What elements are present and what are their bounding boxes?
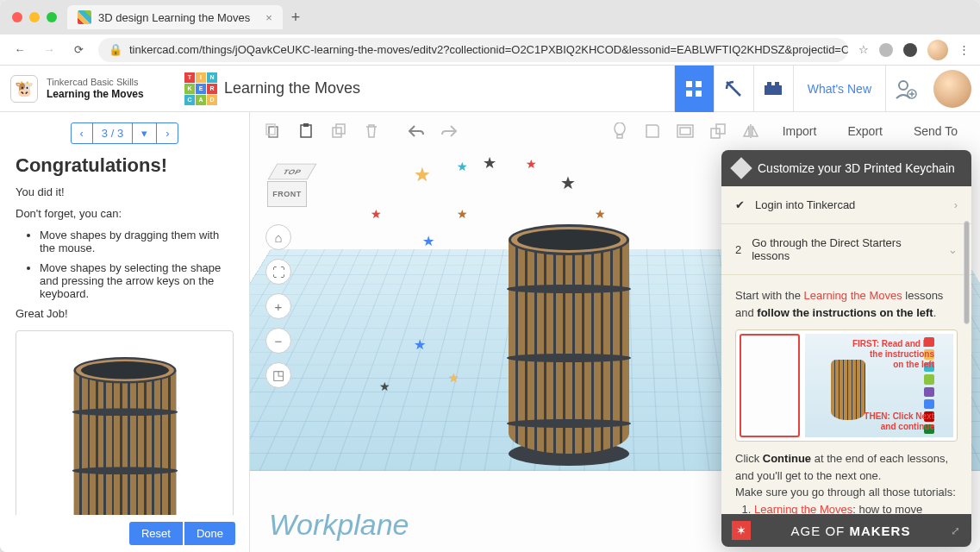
svg-rect-18 — [680, 128, 690, 135]
kebab-menu-icon[interactable]: ⋮ — [958, 43, 970, 56]
show-all-button[interactable] — [671, 116, 700, 146]
instruction-panel: ‹ 3 / 3 ▾ › Congratulations! You did it!… — [0, 112, 250, 552]
expand-icon[interactable]: ⤢ — [951, 524, 961, 537]
pager-prev[interactable]: ‹ — [72, 123, 93, 143]
pager-label: 3 / 3 — [93, 123, 133, 143]
user-avatar[interactable] — [933, 70, 971, 108]
instruction-text: You did it! — [16, 185, 234, 198]
new-tab-button[interactable]: + — [283, 9, 309, 27]
zoom-out-button[interactable]: − — [265, 328, 291, 354]
annotation-text: FIRST: Read and Do the instructions on t… — [852, 339, 934, 370]
brick-icon — [764, 82, 783, 96]
extension-icon-2[interactable] — [903, 43, 917, 57]
nav-reload-button[interactable]: ⟳ — [69, 41, 88, 60]
guide-step-1[interactable]: ✔ Login into Tinkercad › — [721, 186, 971, 224]
svg-rect-5 — [767, 82, 771, 86]
canvas-toolbar: Import Export Send To — [250, 112, 980, 150]
url-text: tinkercad.com/things/jOQavkCeUKC-learnin… — [129, 43, 848, 56]
guide-link[interactable]: Learning the Moves — [754, 503, 852, 515]
guide-step-label: Login into Tinkercad — [755, 198, 855, 211]
instruction-thumbnail — [16, 330, 234, 515]
minimize-window[interactable] — [29, 12, 40, 22]
guide-step-2[interactable]: 2 Go through the Direct Starters lessons… — [721, 224, 971, 275]
tinkercad-logo-block: TIN KER CAD Learning the Moves — [172, 72, 372, 105]
zoom-window[interactable] — [47, 12, 57, 22]
pickaxe-icon — [723, 78, 744, 99]
svg-rect-4 — [765, 85, 782, 95]
lesson-category: Tinkercad Basic Skills — [47, 77, 144, 87]
whats-new-link[interactable]: What's New — [793, 66, 885, 112]
guide-title: Customize your 3D Printed Keychain — [758, 161, 955, 175]
reset-button[interactable]: Reset — [129, 522, 183, 545]
guide-list-item: Learning the Moves: how to move objects … — [754, 501, 958, 515]
mode-blocks-button[interactable] — [714, 66, 753, 112]
instruction-text: Don't forget, you can: — [16, 207, 234, 220]
svg-rect-2 — [686, 91, 692, 97]
lesson-title: Learning the Moves — [47, 88, 144, 100]
lesson-info: 🐮 Tinkercad Basic Skills Learning the Mo… — [0, 75, 172, 103]
ortho-toggle-button[interactable]: ◳ — [265, 362, 291, 388]
done-button[interactable]: Done — [184, 522, 235, 545]
delete-button[interactable] — [357, 116, 386, 146]
svg-rect-1 — [696, 81, 702, 87]
pager-dropdown[interactable]: ▾ — [133, 123, 157, 143]
lesson-icon: 🐮 — [10, 75, 38, 103]
document-title[interactable]: Learning the Moves — [224, 79, 360, 97]
bookmark-star-icon[interactable]: ☆ — [858, 43, 869, 56]
svg-rect-13 — [333, 128, 341, 137]
mirror-button[interactable] — [736, 116, 765, 146]
svg-point-7 — [899, 81, 908, 90]
redo-button[interactable] — [434, 116, 464, 146]
browser-tab[interactable]: 3D design Learning the Moves × — [67, 5, 283, 29]
close-window[interactable] — [12, 12, 22, 22]
lesson-pager: ‹ 3 / 3 ▾ › — [71, 122, 179, 144]
undo-button[interactable] — [402, 116, 431, 146]
guide-panel: Customize your 3D Printed Keychain ✔ Log… — [721, 150, 971, 547]
copy-button[interactable] — [259, 116, 288, 146]
svg-rect-16 — [617, 135, 622, 138]
import-button[interactable]: Import — [769, 116, 831, 146]
home-view-button[interactable]: ⌂ — [265, 224, 291, 250]
fit-view-button[interactable]: ⛶ — [265, 259, 291, 285]
light-button[interactable] — [605, 116, 634, 146]
view-tools: ⌂ ⛶ + − ◳ — [265, 224, 291, 388]
svg-rect-3 — [696, 91, 702, 97]
makers-logo-icon — [732, 521, 751, 540]
browser-window: 3D design Learning the Moves × + ← → ⟳ 🔒… — [0, 0, 980, 552]
url-field[interactable]: 🔒 tinkercad.com/things/jOQavkCeUKC-learn… — [98, 38, 848, 62]
mode-bricks-button[interactable] — [753, 66, 793, 112]
nav-forward-button[interactable]: → — [40, 41, 59, 60]
paste-button[interactable] — [291, 116, 321, 146]
svg-rect-14 — [336, 124, 345, 134]
3d-object-barrel[interactable] — [509, 224, 629, 466]
traffic-lights — [12, 12, 57, 22]
chevron-down-icon: ⌄ — [948, 243, 958, 256]
scrollbar[interactable] — [961, 205, 971, 547]
viewcube[interactable]: TOP FRONT — [264, 162, 315, 214]
duplicate-button[interactable] — [324, 116, 353, 146]
add-collaborator-button[interactable] — [885, 66, 925, 112]
mode-3d-button[interactable] — [674, 66, 714, 112]
nav-back-button[interactable]: ← — [10, 41, 29, 60]
pager-next[interactable]: › — [157, 123, 178, 143]
favicon-icon — [78, 10, 91, 24]
send-to-button[interactable]: Send To — [900, 116, 971, 146]
profile-avatar[interactable] — [927, 40, 948, 60]
guide-screenshot: FIRST: Read and Do the instructions on t… — [735, 329, 958, 442]
export-button[interactable]: Export — [833, 116, 896, 146]
svg-rect-12 — [303, 123, 309, 127]
guide-link[interactable]: Learning the Moves — [803, 289, 902, 302]
extension-icon[interactable] — [879, 43, 893, 57]
zoom-in-button[interactable]: + — [265, 293, 291, 319]
svg-rect-11 — [301, 125, 311, 137]
add-user-icon — [895, 78, 917, 100]
instruction-text: Great Job! — [16, 307, 234, 320]
notes-button[interactable] — [638, 116, 667, 146]
step-number: 2 — [735, 243, 741, 256]
lock-icon: 🔒 — [109, 43, 122, 56]
tab-close-icon[interactable]: × — [265, 11, 272, 24]
svg-rect-0 — [686, 81, 692, 87]
tinkercad-logo-icon: TIN KER CAD — [184, 72, 217, 105]
group-button[interactable] — [703, 116, 733, 146]
tab-title: 3D design Learning the Moves — [98, 11, 250, 24]
